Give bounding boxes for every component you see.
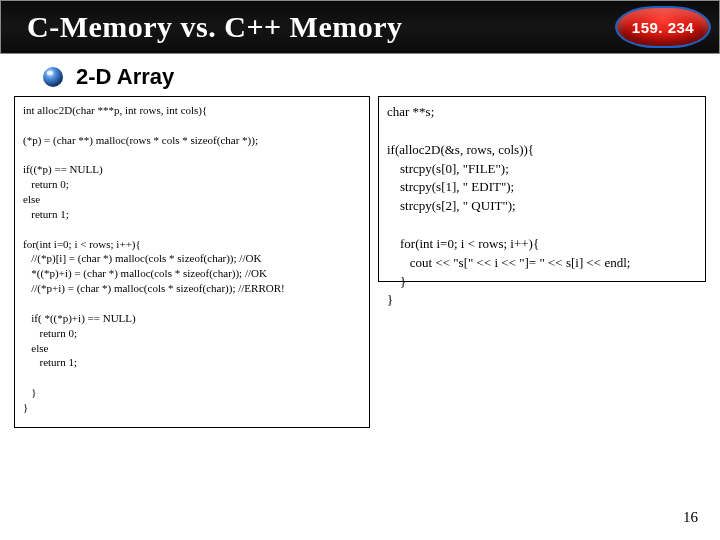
section-title: 2-D Array: [76, 64, 174, 90]
svg-point-0: [43, 67, 63, 87]
left-code-box: int alloc2D(char ***p, int rows, int col…: [14, 96, 370, 428]
svg-point-1: [47, 71, 53, 75]
section-heading: 2-D Array: [42, 64, 720, 90]
title-bar: C-Memory vs. C++ Memory 159. 234: [0, 0, 720, 54]
code-panes: int alloc2D(char ***p, int rows, int col…: [0, 96, 720, 428]
slide-title: C-Memory vs. C++ Memory: [27, 10, 403, 44]
sphere-bullet-icon: [42, 66, 64, 88]
course-badge: 159. 234: [615, 6, 711, 48]
right-code-box: char **s; if(alloc2D(&s, rows, cols)){ s…: [378, 96, 706, 282]
page-number: 16: [683, 509, 698, 526]
course-code: 159. 234: [632, 19, 694, 36]
